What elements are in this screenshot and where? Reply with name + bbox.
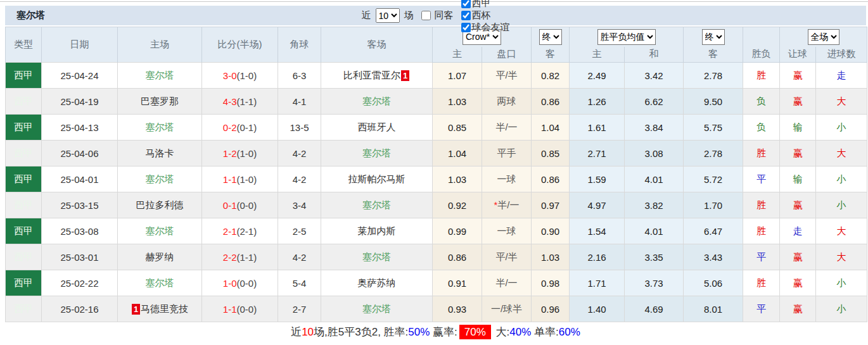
score-cell: 1-1(0-0) xyxy=(202,296,278,322)
league-cell: 西甲 xyxy=(6,296,42,322)
away-team-cell[interactable]: 拉斯帕尔马斯 xyxy=(321,166,433,192)
away-team-name[interactable]: 拉斯帕尔马斯 xyxy=(348,173,405,184)
away-team-name[interactable]: 塞尔塔 xyxy=(362,147,391,158)
score-cell: 0-1(0-0) xyxy=(202,192,278,218)
away-team-name[interactable]: 塞尔塔 xyxy=(362,251,391,262)
date-cell: 25-04-01 xyxy=(42,166,118,192)
league-filter[interactable]: 球会友谊 xyxy=(456,22,510,34)
goals-result-cell: 小 xyxy=(816,296,867,322)
away-team-name[interactable]: 塞尔塔 xyxy=(362,303,391,314)
away-team-name[interactable]: 莱加内斯 xyxy=(358,225,396,236)
league-cell: 西甲 xyxy=(6,141,42,166)
home-team-name[interactable]: 马德里竞技 xyxy=(141,303,188,314)
away-team-name[interactable]: 奥萨苏纳 xyxy=(358,277,396,288)
euro-final-select[interactable]: 终 xyxy=(702,29,725,45)
league-filter-checkbox[interactable] xyxy=(461,0,471,8)
asian-home-odds-cell: 0.93 xyxy=(433,296,482,322)
away-team-name[interactable]: 塞尔塔 xyxy=(362,199,391,210)
home-team-name[interactable]: 塞尔塔 xyxy=(146,277,174,288)
league-filter-label: 西杯 xyxy=(472,9,491,22)
table-row: 西甲 25-03-08 塞尔塔 2-1(2-1) 2-5 莱加内斯 0.99 一… xyxy=(6,218,867,244)
away-team-name[interactable]: 塞尔塔 xyxy=(362,96,391,106)
subcol-euro-away: 客 xyxy=(684,47,743,63)
matches-suffix-label: 场 xyxy=(404,9,414,22)
date-cell: 25-03-01 xyxy=(42,244,118,270)
league-filter-checkbox[interactable] xyxy=(461,11,471,20)
table-row: 西甲 25-03-01 赫罗纳 2-2(1-1) 4-2 塞尔塔 0.86 平/… xyxy=(6,244,867,270)
home-team-cell[interactable]: 塞尔塔 xyxy=(118,218,202,244)
away-team-cell[interactable]: 莱加内斯 xyxy=(321,218,433,244)
halftime-score: (1-1) xyxy=(237,252,257,263)
league-filter[interactable]: 西甲 xyxy=(456,0,510,9)
corners-cell: 13-5 xyxy=(278,115,321,141)
away-team-cell[interactable]: 塞尔塔 xyxy=(321,141,433,166)
same-away-checkbox[interactable] xyxy=(421,11,431,20)
away-team-cell[interactable]: 西班牙人 xyxy=(321,115,433,141)
handicap-result-cell: 赢 xyxy=(780,141,816,166)
home-team-name[interactable]: 巴拉多利德 xyxy=(136,199,184,210)
euro-home-odds-cell: 2.71 xyxy=(570,141,625,166)
halftime-score: (0-0) xyxy=(237,304,257,315)
summary-segment: 70% xyxy=(459,325,491,339)
fulltime-score: 2-2 xyxy=(223,252,237,263)
asian-final-select[interactable]: 终 xyxy=(539,29,562,45)
league-filter[interactable]: 西杯 xyxy=(456,9,510,22)
league-filter-group: 西甲西杯球会友谊 xyxy=(456,0,510,34)
home-team-name[interactable]: 马洛卡 xyxy=(146,147,174,158)
table-body: 西甲 25-04-24 塞尔塔 3-0(1-0) 6-3 比利亚雷亚尔1 1.0… xyxy=(6,63,867,322)
asian-home-odds-cell: 1.03 xyxy=(433,89,482,115)
scope-select[interactable]: 全场 xyxy=(808,29,839,45)
subcol-handicap: 让球 xyxy=(780,47,816,63)
away-team-name[interactable]: 比利亚雷亚尔 xyxy=(343,70,400,80)
euro-draw-odds-cell: 4.01 xyxy=(625,166,684,192)
goals-result-cell: 大 xyxy=(816,141,867,166)
summary-segment: 50% xyxy=(408,326,430,338)
home-team-cell[interactable]: 1马德里竞技 xyxy=(118,296,202,322)
away-team-name[interactable]: 西班牙人 xyxy=(358,122,396,132)
home-team-cell[interactable]: 塞尔塔 xyxy=(118,115,202,141)
asian-line-cell: 半/一 xyxy=(482,115,532,141)
goals-result-cell: 大 xyxy=(816,89,867,115)
col-header-date: 日期 xyxy=(42,27,118,63)
euro-home-odds-cell: 2.16 xyxy=(570,244,625,270)
away-team-cell[interactable]: 比利亚雷亚尔1 xyxy=(321,63,433,89)
away-team-cell[interactable]: 奥萨苏纳 xyxy=(321,270,433,296)
home-team-cell[interactable]: 巴拉多利德 xyxy=(118,192,202,218)
home-team-name[interactable]: 塞尔塔 xyxy=(146,122,174,132)
home-team-name[interactable]: 塞尔塔 xyxy=(146,70,174,80)
home-team-cell[interactable]: 赫罗纳 xyxy=(118,244,202,270)
result-cell: 胜 xyxy=(743,192,780,218)
asian-line-cell: 平/半 xyxy=(482,244,532,270)
home-team-cell[interactable]: 巴塞罗那 xyxy=(118,89,202,115)
corners-cell: 6-3 xyxy=(278,63,321,89)
euro-select-cell: 胜平负均值 xyxy=(570,27,684,47)
euro-draw-odds-cell: 3.73 xyxy=(625,270,684,296)
home-team-name[interactable]: 塞尔塔 xyxy=(146,225,174,236)
asian-home-odds-cell: 1.07 xyxy=(433,63,482,89)
result-cell: 胜 xyxy=(743,270,780,296)
asian-away-odds-cell: 0.86 xyxy=(532,166,570,192)
home-team-cell[interactable]: 塞尔塔 xyxy=(118,166,202,192)
asian-away-odds-cell: 0.96 xyxy=(532,296,570,322)
col-header-home: 主场 xyxy=(118,27,202,63)
matches-count-select[interactable]: 10 xyxy=(376,8,400,23)
euro-away-odds-cell: 5.72 xyxy=(684,166,743,192)
euro-away-odds-cell: 2.78 xyxy=(684,63,743,89)
home-team-cell[interactable]: 马洛卡 xyxy=(118,141,202,166)
table-row: 西甲 25-02-16 1马德里竞技 1-1(0-0) 2-7 塞尔塔 0.93… xyxy=(6,296,867,322)
asian-away-odds-cell: 0.86 xyxy=(532,89,570,115)
handicap-result-cell: 赢 xyxy=(780,244,816,270)
away-team-cell[interactable]: 塞尔塔 xyxy=(321,296,433,322)
euro-odds-type-select[interactable]: 胜平负均值 xyxy=(597,29,656,45)
home-team-cell[interactable]: 塞尔塔 xyxy=(118,270,202,296)
league-filter-checkbox[interactable] xyxy=(461,23,471,32)
home-team-name[interactable]: 巴塞罗那 xyxy=(141,96,179,106)
asian-line-cell: 平/半 xyxy=(482,63,532,89)
home-team-name[interactable]: 塞尔塔 xyxy=(146,173,174,184)
home-team-name[interactable]: 赫罗纳 xyxy=(146,251,174,262)
away-team-cell[interactable]: 塞尔塔 xyxy=(321,244,433,270)
away-team-cell[interactable]: 塞尔塔 xyxy=(321,89,433,115)
fulltime-score: 1-2 xyxy=(223,148,237,159)
away-team-cell[interactable]: 塞尔塔 xyxy=(321,192,433,218)
home-team-cell[interactable]: 塞尔塔 xyxy=(118,63,202,89)
